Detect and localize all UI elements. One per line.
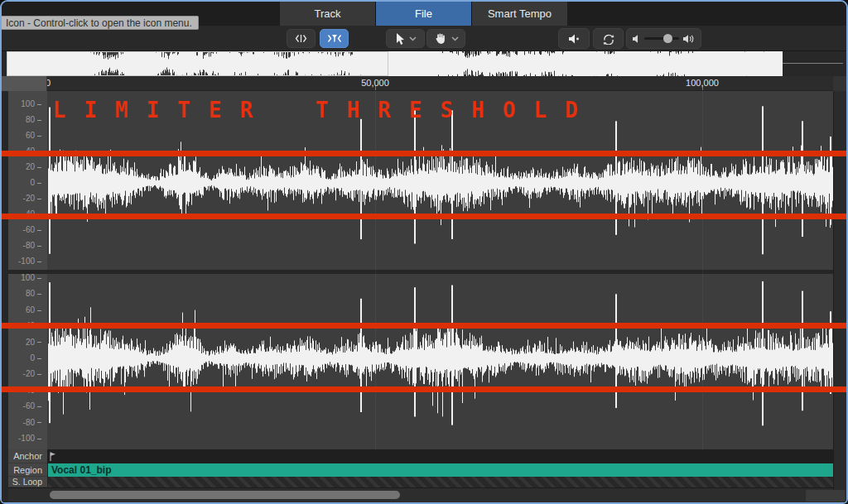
waveform-right-channel[interactable] bbox=[48, 274, 833, 449]
scale-label: 0 bbox=[8, 353, 41, 363]
gridline-50000 bbox=[375, 91, 376, 449]
scale-label: 20 bbox=[8, 338, 41, 348]
horizontal-scrollbar[interactable] bbox=[2, 487, 846, 502]
speaker-quiet-icon bbox=[633, 35, 640, 43]
scale-label: 60 bbox=[8, 131, 41, 141]
tab-track[interactable]: Track bbox=[280, 2, 375, 26]
scale-label: 80 bbox=[8, 115, 41, 125]
region-lane-label: Region bbox=[2, 463, 47, 477]
scale-label: -100 bbox=[8, 257, 41, 266]
anchor-lane[interactable]: Anchor bbox=[2, 449, 846, 463]
scale-label: -60 bbox=[8, 401, 41, 411]
volume-slider-thumb[interactable] bbox=[663, 34, 672, 43]
region-bar[interactable]: Vocal 01_bip bbox=[48, 463, 833, 477]
scale-label: 100 bbox=[8, 99, 41, 109]
right-scroll-strip bbox=[833, 76, 846, 490]
ruler-corner-right bbox=[833, 76, 846, 91]
ruler-label: 100,000 bbox=[677, 78, 727, 88]
gridline-100000 bbox=[702, 91, 703, 449]
scrollbar-corner-box bbox=[806, 490, 845, 502]
hand-tool-icon bbox=[434, 32, 446, 45]
limiter-threshold-label: LIMITER THRESHOLD bbox=[53, 98, 596, 122]
tab-file[interactable]: File bbox=[376, 2, 471, 26]
icon-tooltip: Icon - Control-click to open the icon me… bbox=[2, 16, 199, 30]
left-edge-strip bbox=[2, 76, 8, 502]
split-view-button[interactable] bbox=[287, 29, 316, 48]
speaker-icon bbox=[568, 34, 581, 44]
overview-selection-rect[interactable] bbox=[7, 51, 388, 76]
scale-label: -100 bbox=[8, 434, 41, 444]
pointer-tool-selector[interactable] bbox=[386, 29, 425, 48]
scale-label: 80 bbox=[8, 289, 41, 299]
limiter-threshold-line bbox=[2, 151, 846, 156]
amplitude-scale-right-channel: 100806040200-20-40-60-80-100 bbox=[8, 274, 47, 449]
chevron-down-icon bbox=[451, 36, 459, 41]
scale-label: 100 bbox=[8, 273, 41, 283]
speaker-loud-icon bbox=[683, 34, 695, 44]
anchor-lane-label: Anchor bbox=[2, 449, 47, 463]
limiter-threshold-line bbox=[2, 323, 846, 329]
ruler-corner-box bbox=[2, 76, 47, 91]
s-loop-lane-label: S. Loop bbox=[2, 477, 47, 487]
scale-label: -80 bbox=[8, 418, 41, 428]
scale-label: -20 bbox=[8, 369, 41, 379]
limiter-threshold-line bbox=[2, 386, 846, 392]
scale-label: -60 bbox=[8, 225, 41, 235]
ruler-label: 50,000 bbox=[350, 78, 400, 88]
volume-slider[interactable] bbox=[644, 37, 679, 40]
scale-label: 20 bbox=[8, 162, 41, 172]
anchor-marker-icon[interactable] bbox=[49, 451, 57, 462]
chevron-down-icon bbox=[409, 36, 417, 41]
waveform-overview-strip[interactable] bbox=[2, 51, 846, 76]
catch-selection-button[interactable] bbox=[320, 29, 349, 48]
s-loop-lane[interactable]: S. Loop bbox=[2, 477, 846, 487]
hand-tool-selector[interactable] bbox=[426, 29, 465, 48]
scale-label: -20 bbox=[8, 194, 41, 204]
funnel-icon bbox=[327, 34, 342, 43]
region-lane: Region Vocal 01_bip bbox=[2, 463, 846, 477]
prelisten-button[interactable] bbox=[558, 28, 590, 49]
sample-ruler[interactable]: 0 50,000 100,000 bbox=[2, 76, 846, 91]
overview-tail-line bbox=[783, 63, 843, 64]
amplitude-scale-left-channel: 100806040200-20-40-60-80-100 bbox=[8, 91, 47, 270]
split-view-icon bbox=[295, 34, 307, 43]
scrollbar-thumb[interactable] bbox=[50, 491, 400, 499]
scale-label: 60 bbox=[8, 305, 41, 315]
cycle-loop-icon bbox=[601, 32, 616, 45]
cycle-button[interactable] bbox=[593, 28, 624, 49]
pointer-tool-icon bbox=[395, 32, 404, 46]
audio-file-editor-window: Track File Smart Tempo Icon - Control-cl… bbox=[0, 0, 848, 504]
s-loop-hatch-area bbox=[48, 477, 833, 487]
volume-slider-group bbox=[626, 28, 701, 49]
tab-smart-tempo[interactable]: Smart Tempo bbox=[472, 2, 567, 26]
scale-label: -80 bbox=[8, 241, 41, 251]
scale-label: 0 bbox=[8, 178, 41, 188]
limiter-threshold-line bbox=[2, 214, 846, 219]
